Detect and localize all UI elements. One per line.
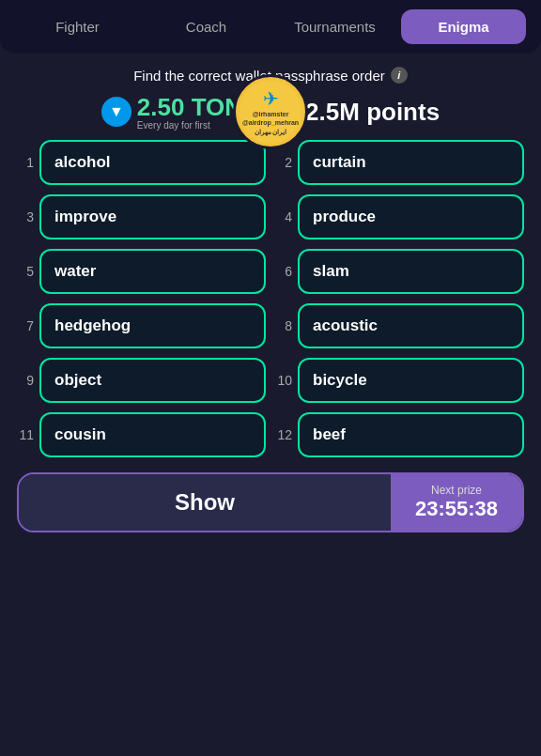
ton-sub: Every day for first <box>137 120 242 131</box>
word-cell-11: 11 cousin <box>17 412 266 457</box>
word-box-8[interactable]: acoustic <box>298 303 524 348</box>
tab-coach[interactable]: Coach <box>144 9 269 44</box>
ton-amount: 2.50 TON <box>137 93 242 121</box>
word-cell-8: 8 acoustic <box>275 303 524 348</box>
info-icon[interactable]: i <box>391 67 408 84</box>
word-box-11[interactable]: cousin <box>39 412 266 457</box>
ton-icon: ▼ <box>101 97 131 127</box>
word-box-9[interactable]: object <box>39 358 266 403</box>
show-button-container: Show Next prize 23:55:38 <box>17 472 524 532</box>
tab-enigma[interactable]: Enigma <box>401 9 526 44</box>
word-box-2[interactable]: curtain <box>298 140 524 185</box>
word-num-10: 10 <box>275 373 292 388</box>
word-num-11: 11 <box>17 427 34 442</box>
word-box-5[interactable]: water <box>39 249 266 294</box>
word-box-1[interactable]: alcohol <box>39 140 266 185</box>
next-prize-label: Next prize <box>431 484 482 497</box>
word-num-8: 8 <box>275 318 292 333</box>
tab-fighter[interactable]: Fighter <box>15 9 140 44</box>
word-cell-1: 1 alcohol <box>17 140 266 185</box>
word-box-4[interactable]: produce <box>298 194 524 239</box>
next-prize-panel: Next prize 23:55:38 <box>391 474 522 531</box>
word-num-3: 3 <box>17 209 34 224</box>
word-box-7[interactable]: hedgehog <box>39 303 266 348</box>
word-num-9: 9 <box>17 373 34 388</box>
word-num-1: 1 <box>17 155 34 170</box>
word-box-6[interactable]: slam <box>298 249 524 294</box>
word-num-4: 4 <box>275 209 292 224</box>
word-box-12[interactable]: beef <box>298 412 524 457</box>
word-cell-3: 3 improve <box>17 194 266 239</box>
word-cell-4: 4 produce <box>275 194 524 239</box>
main-content: Find the correct wallet passphrase order… <box>0 54 541 542</box>
reward-row: ▼ 2.50 TON Every day for first ✈ @irhams… <box>17 93 524 131</box>
word-num-6: 6 <box>275 264 292 279</box>
word-num-12: 12 <box>275 427 292 442</box>
word-cell-12: 12 beef <box>275 412 524 457</box>
word-grid: 1 alcohol 2 curtain 3 improve 4 produce … <box>17 140 524 457</box>
word-box-10[interactable]: bicycle <box>298 358 524 403</box>
word-cell-9: 9 object <box>17 358 266 403</box>
word-num-5: 5 <box>17 264 34 279</box>
next-prize-timer: 23:55:38 <box>415 497 498 521</box>
watermark-text: @irhamster@airdrop_mehranایران مهران <box>242 110 299 135</box>
word-cell-5: 5 water <box>17 249 266 294</box>
telegram-icon: ✈ <box>263 87 279 110</box>
word-cell-7: 7 hedgehog <box>17 303 266 348</box>
points-amount: 2.5M points <box>305 98 440 127</box>
watermark: ✈ @irhamster@airdrop_mehranایران مهران <box>233 74 308 149</box>
tab-bar: Fighter Coach Tournaments Enigma <box>0 0 541 54</box>
show-button[interactable]: Show <box>19 474 391 531</box>
tab-tournaments[interactable]: Tournaments <box>272 9 397 44</box>
word-num-7: 7 <box>17 318 34 333</box>
word-cell-2: 2 curtain <box>275 140 524 185</box>
ton-reward: ▼ 2.50 TON Every day for first <box>101 93 242 131</box>
word-num-2: 2 <box>275 155 292 170</box>
word-cell-6: 6 slam <box>275 249 524 294</box>
word-cell-10: 10 bicycle <box>275 358 524 403</box>
word-box-3[interactable]: improve <box>39 194 266 239</box>
